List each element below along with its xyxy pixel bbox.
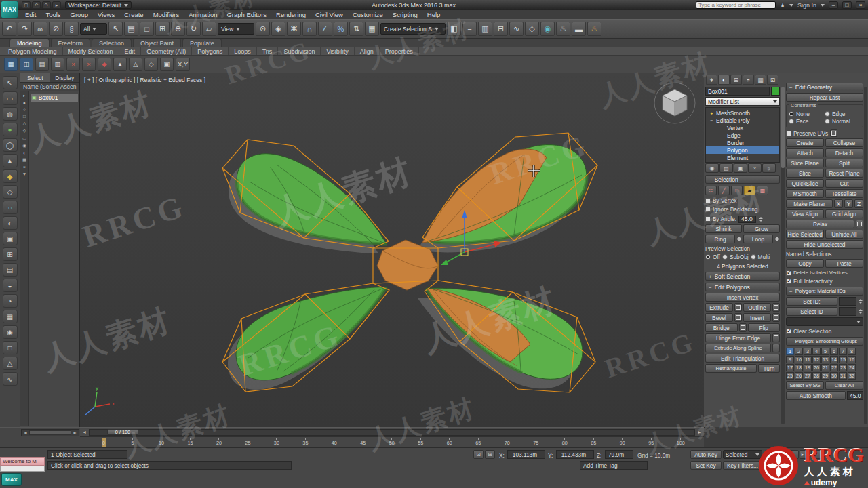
relax-settings-button[interactable] (856, 220, 863, 228)
toolbar-icon[interactable]: ♨ (556, 22, 570, 36)
menu-item[interactable]: Civil View (311, 10, 348, 19)
quick-access-icon[interactable]: ↶ (32, 1, 41, 9)
smoothing-group-button[interactable]: 21 (821, 364, 829, 371)
preview-multi-radio[interactable] (751, 254, 756, 260)
smoothing-group-button[interactable]: 3 (804, 348, 812, 355)
toolbar-icon[interactable]: ▤ (124, 22, 138, 36)
rollout-edit-geometry[interactable]: Edit Geometry (786, 83, 863, 92)
menu-item[interactable]: Customize (348, 10, 388, 19)
auto-smooth-threshold-field[interactable]: 45.0 (847, 391, 863, 400)
smoothing-group-button[interactable]: 18 (795, 364, 803, 371)
ribbon-tab[interactable]: Selection (92, 39, 132, 47)
smoothing-group-button[interactable]: 19 (804, 364, 812, 371)
planar-y-button[interactable]: Y (844, 199, 853, 208)
left-toolbar-icon[interactable]: ▲ (3, 154, 18, 167)
left-toolbar-icon[interactable]: ◍ (3, 107, 18, 121)
select-by-sg-button[interactable]: Select By SG (786, 381, 824, 390)
menu-item[interactable]: Rendering (271, 10, 311, 19)
scroll-left-icon[interactable]: ◄ (23, 430, 28, 435)
scroll-thumb[interactable] (29, 430, 71, 435)
toolbar-icon[interactable]: ⊘ (49, 22, 63, 36)
selection-filter-dropdown[interactable]: All (80, 23, 107, 35)
modifier-stack-row[interactable]: ● MeshSmooth (706, 109, 779, 117)
explorer-toolbar-icon[interactable]: ● (23, 100, 26, 105)
object-name-field[interactable]: Box001 (705, 87, 770, 96)
smoothing-group-button[interactable]: 7 (839, 348, 847, 355)
paste-button[interactable]: Paste (825, 259, 863, 268)
explorer-tab-select[interactable]: Select (20, 73, 50, 82)
left-toolbar-icon[interactable]: ◉ (3, 325, 18, 339)
smoothing-group-button[interactable]: 6 (830, 348, 838, 355)
ribbon-tool-icon[interactable]: ◆ (98, 58, 111, 71)
hide-unselected-button[interactable]: Hide Unselected (786, 240, 863, 249)
explorer-toolbar-icon[interactable]: △ (23, 121, 26, 126)
rollout-selection[interactable]: Selection (705, 175, 780, 184)
smoothing-group-button[interactable]: 14 (830, 356, 838, 363)
constraint-edge-radio[interactable] (825, 111, 830, 117)
menu-item[interactable]: Tools (41, 10, 65, 19)
bevel-button[interactable]: Bevel (705, 313, 733, 322)
stack-tool-icon[interactable]: ▤ (719, 163, 733, 173)
command-panel-tab-icon[interactable]: ◓ (743, 75, 754, 85)
full-interactivity-checkbox[interactable] (786, 279, 791, 284)
ribbon-tool-icon[interactable]: ◫ (20, 58, 33, 71)
menu-item[interactable]: Group (66, 10, 93, 19)
bevel-settings-button[interactable] (734, 313, 742, 322)
workspace-selector[interactable]: Workspace: Default (65, 1, 132, 9)
smoothing-group-button[interactable]: 25 (786, 372, 794, 380)
frame-back-icon[interactable]: ◄ (81, 429, 87, 436)
toolbar-icon[interactable]: ⊕ (171, 22, 185, 36)
add-time-tag-field[interactable]: Add Time Tag (580, 461, 648, 470)
retriangulate-button[interactable]: Retriangulate (705, 364, 757, 373)
track-bar[interactable]: 0510152025303540455055606570758085909510… (80, 436, 704, 447)
set-id-spinner[interactable] (858, 297, 863, 305)
smoothing-group-button[interactable]: 26 (795, 372, 803, 380)
edit-geometry-button[interactable]: Collapse (825, 138, 863, 147)
smoothing-group-button[interactable]: 1 (786, 348, 794, 355)
rollout-edit-polygons[interactable]: Edit Polygons (705, 283, 780, 291)
modifier-stack-row[interactable]: − Editable Poly (706, 117, 779, 124)
smoothing-group-button[interactable]: 32 (848, 372, 856, 380)
edit-geometry-button[interactable]: Slice Plane (786, 159, 824, 167)
smoothing-group-button[interactable]: 23 (839, 364, 847, 371)
bridge-settings-button[interactable] (739, 323, 747, 332)
toolbar-icon[interactable]: ⊟ (494, 22, 508, 36)
left-toolbar-icon[interactable]: □ (3, 341, 18, 354)
spline-settings-button[interactable] (772, 344, 780, 352)
edit-geometry-button[interactable]: Attach (786, 148, 824, 157)
modifier-stack-row[interactable]: Polygon (706, 146, 779, 154)
ribbon-tab[interactable]: Freeform (51, 39, 91, 47)
left-toolbar-icon[interactable]: ◐ (3, 216, 18, 230)
z-coordinate-field[interactable]: 79.9m (605, 450, 633, 459)
constraint-normal-radio[interactable] (825, 119, 830, 124)
edit-geometry-button[interactable]: Reset Plane (825, 169, 863, 178)
explorer-column-header[interactable]: Name (Sorted Ascen (20, 83, 79, 92)
time-slider-handle[interactable]: 0 / 100 (107, 429, 138, 435)
planar-x-button[interactable]: X (834, 199, 843, 208)
ribbon-panel-label[interactable]: Tris (257, 47, 279, 55)
rollout-material-ids[interactable]: Polygon: Material IDs (786, 287, 863, 296)
smoothing-group-button[interactable]: 13 (821, 356, 829, 363)
left-toolbar-icon[interactable]: ▭ (3, 92, 18, 105)
loop-spinner[interactable] (774, 235, 780, 243)
named-selection-dropdown[interactable]: Create Selection S (380, 23, 446, 35)
turn-button[interactable]: Turn (758, 364, 780, 373)
insert-settings-button[interactable] (772, 313, 780, 322)
signin-chevron-icon[interactable] (821, 4, 825, 7)
subobject-mode-icon[interactable]: □ (731, 186, 743, 195)
toolbar-icon[interactable]: ▱ (202, 22, 216, 36)
view-align-button[interactable]: View Align (786, 209, 824, 218)
smoothing-group-button[interactable]: 24 (848, 364, 856, 371)
hinge-settings-button[interactable] (772, 333, 780, 342)
quick-access-icon[interactable]: ▸ (52, 1, 61, 9)
toolbar-icon[interactable]: ♨ (587, 22, 601, 36)
set-key-button[interactable]: Set Key (690, 461, 722, 470)
ribbon-panel-label[interactable]: Properties (380, 47, 419, 55)
insert-vertex-button[interactable]: Insert Vertex (705, 293, 780, 302)
ribbon-tool-icon[interactable]: X,Y (176, 58, 190, 71)
relax-button[interactable]: Relax (786, 220, 854, 228)
stack-tool-icon[interactable]: ▣ (734, 163, 747, 173)
smoothing-group-button[interactable]: 15 (839, 356, 847, 363)
ribbon-tool-icon[interactable]: ▦ (4, 58, 18, 71)
left-toolbar-icon[interactable]: ◔ (3, 294, 18, 308)
